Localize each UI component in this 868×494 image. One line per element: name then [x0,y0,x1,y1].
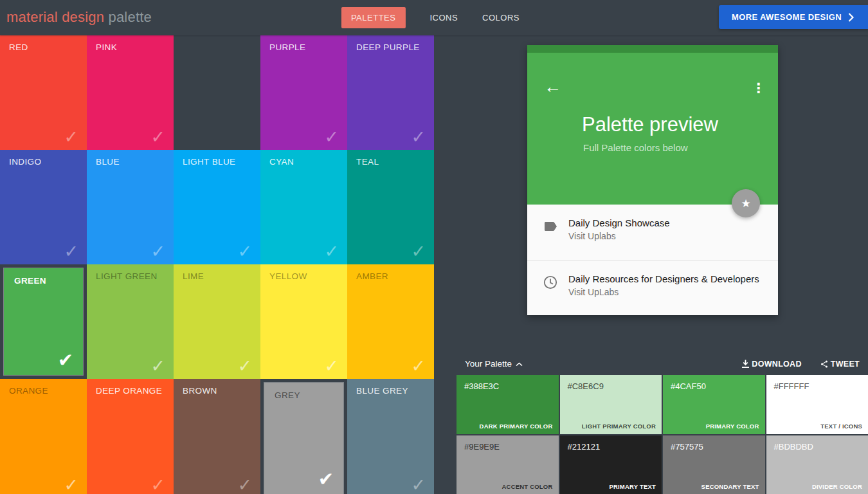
swatch-text-icons[interactable]: #FFFFFFTEXT / ICONS [766,375,868,434]
clock-icon [543,275,558,290]
swatch-hex: #BDBDBD [774,442,813,452]
tile-label: ORANGE [9,386,48,396]
back-arrow-icon[interactable]: ← [544,78,561,96]
palette-tile-indigo[interactable]: INDIGO✓ [0,150,87,264]
check-icon: ✓ [150,358,165,375]
palette-tile-light-green[interactable]: LIGHT GREEN✓ [87,264,174,379]
swatch-role-label: PRIMARY TEXT [609,483,656,490]
palette-tile-deep-purple[interactable]: DEEP PURPLE✓ [347,35,434,150]
share-icon [820,360,829,369]
list-item-subtitle: Visit Uplabs [568,228,670,241]
check-icon: ✓ [64,243,78,261]
palette-tile-orange[interactable]: ORANGE✓ [0,379,87,494]
tweet-label: TWEET [831,360,860,369]
your-palette-title: Your Palette [465,359,512,369]
palette-tile-purple[interactable]: PURPLE✓ [260,35,347,150]
palette-tile-empty [174,35,260,150]
tile-label: LIGHT GREEN [96,271,158,281]
card-statusbar [527,45,778,53]
check-icon: ✓ [237,358,252,375]
palette-tile-grey[interactable]: GREY✔ [260,379,347,494]
swatch-role-label: TEXT / ICONS [820,423,862,430]
swatch-light-primary-color[interactable]: #C8E6C9LIGHT PRIMARY COLOR [560,375,662,434]
swatch-hex: #388E3C [464,381,499,391]
nav-tab-colors[interactable]: COLORS [482,13,520,23]
swatch-hex: #C8E6C9 [568,381,604,391]
card-title: Palette preview [582,113,718,136]
palette-tile-amber[interactable]: AMBER✓ [347,264,434,379]
tile-label: BROWN [183,386,217,396]
more-awesome-design-button[interactable]: MORE AWESOME DESIGN [719,5,868,29]
check-icon: ✓ [324,129,339,146]
check-icon: ✓ [324,243,339,261]
palette-tile-cyan[interactable]: CYAN✓ [260,150,347,264]
palette-tile-blue-grey[interactable]: BLUE GREY✓ [347,379,434,494]
list-item-text: Daily Resources for Designers & Develope… [568,270,759,316]
check-icon: ✓ [150,243,165,261]
tile-label: DEEP ORANGE [96,386,162,396]
site-title: material design palette [6,9,152,26]
star-fab-button[interactable]: ★ [732,189,760,217]
tile-label: DEEP PURPLE [356,42,420,52]
nav-tab-palettes[interactable]: PALETTES [341,7,406,28]
tile-label: GREEN [14,276,46,286]
palette-tile-yellow[interactable]: YELLOW✓ [260,264,347,379]
swatch-divider-color[interactable]: #BDBDBDDIVIDER COLOR [766,435,868,494]
list-item-subtitle: Visit UpLabs [568,284,759,297]
swatch-role-label: DIVIDER COLOR [812,483,862,490]
tile-label: LIME [183,271,204,281]
chevron-up-icon[interactable] [516,362,523,367]
palette-tile-brown[interactable]: BROWN✓ [174,379,260,494]
check-icon: ✓ [411,243,426,261]
check-icon: ✓ [411,477,426,494]
list-item-title: Daily Resources for Designers & Develope… [568,270,759,284]
nav-tab-icons[interactable]: ICONS [429,13,458,23]
site-title-primary: material design [6,9,104,25]
swatch-hex: #4CAF50 [671,381,706,391]
check-icon: ✓ [411,358,426,375]
palette-tile-teal[interactable]: TEAL✓ [347,150,434,264]
tile-label: LIGHT BLUE [183,157,236,167]
check-icon: ✔ [318,470,334,489]
tile-label: TEAL [356,157,379,167]
card-body: Daily Design Showcase Visit Uplabs Daily… [527,205,778,315]
list-item-daily-resources[interactable]: Daily Resources for Designers & Develope… [527,261,778,316]
palette-tile-lime[interactable]: LIME✓ [174,264,260,379]
check-icon: ✓ [64,477,78,494]
check-icon: ✓ [237,243,252,261]
download-label: DOWNLOAD [752,360,801,369]
check-icon: ✓ [237,477,252,494]
palette-tile-pink[interactable]: PINK✓ [87,35,174,150]
swatch-dark-primary-color[interactable]: #388E3CDARK PRIMARY COLOR [457,375,559,434]
list-item-title: Daily Design Showcase [568,214,670,228]
swatch-role-label: ACCENT COLOR [502,483,553,490]
check-icon: ✔ [58,351,73,370]
swatch-hex: #9E9E9E [464,442,500,452]
palette-tile-blue[interactable]: BLUE✓ [87,150,174,264]
swatch-role-label: PRIMARY COLOR [706,423,759,430]
tile-label: BLUE GREY [356,386,408,396]
check-icon: ✓ [150,477,165,494]
swatch-primary-color[interactable]: #4CAF50PRIMARY COLOR [663,375,765,434]
palette-preview-card: ← ⋮ Palette preview Full Palette colors … [527,45,778,315]
palette-tile-deep-orange[interactable]: DEEP ORANGE✓ [87,379,174,494]
swatch-accent-color[interactable]: #9E9E9EACCENT COLOR [457,435,559,494]
tile-label: PURPLE [269,42,305,52]
kebab-menu-icon[interactable]: ⋮ [752,81,765,95]
palette-tile-red[interactable]: RED✓ [0,35,87,150]
palette-tile-green[interactable]: GREEN✔ [0,264,87,379]
star-icon: ★ [741,197,750,210]
swatch-hex: #FFFFFF [774,381,809,391]
swatch-primary-text[interactable]: #212121PRIMARY TEXT [560,435,662,494]
cta-label: MORE AWESOME DESIGN [732,12,842,22]
tile-label: GREY [275,390,300,400]
swatch-secondary-text[interactable]: #757575SECONDARY TEXT [663,435,765,494]
tile-label: YELLOW [269,271,307,281]
palette-tile-light-blue[interactable]: LIGHT BLUE✓ [174,150,260,264]
swatch-hex: #212121 [568,442,601,452]
check-icon: ✓ [324,358,339,375]
download-button[interactable]: DOWNLOAD [741,360,801,369]
your-palette-swatches: #388E3CDARK PRIMARY COLOR#C8E6C9LIGHT PR… [457,375,868,494]
tweet-button[interactable]: TWEET [820,360,860,369]
tile-label: CYAN [269,157,294,167]
